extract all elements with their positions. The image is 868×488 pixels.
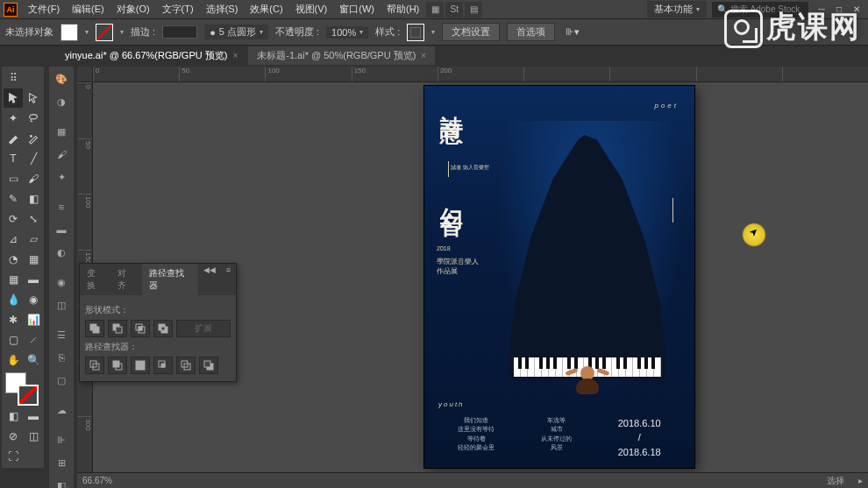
opacity-input[interactable]: 100% ▾: [326, 26, 368, 39]
arrange2-icon[interactable]: ▤: [465, 2, 482, 18]
line-tool[interactable]: ╱: [24, 149, 43, 168]
screen-mode[interactable]: ⛶: [4, 447, 23, 466]
appearance-panel-icon[interactable]: ◉: [51, 272, 72, 293]
stroke-panel-icon[interactable]: ≡: [51, 196, 72, 217]
tab-align[interactable]: 对齐: [110, 264, 141, 295]
rotate-tool[interactable]: ⟳: [4, 209, 23, 229]
stroke-profile-select[interactable]: ● 5 点圆形 ▾: [204, 25, 268, 39]
artboards-panel-icon[interactable]: ▢: [51, 370, 72, 391]
crop-button[interactable]: [153, 357, 173, 374]
intersect-button[interactable]: [131, 320, 150, 337]
mesh-tool[interactable]: ▦: [4, 270, 23, 289]
graph-tool[interactable]: 📊: [24, 310, 43, 329]
symbols-panel-icon[interactable]: ✦: [51, 166, 72, 187]
panel-collapse-icon[interactable]: ◀◀: [198, 264, 221, 295]
artboard[interactable]: 詩意 誠邀 聽入音樂世 幻音 poet 2018 學院派音樂人作品展 youth…: [424, 86, 694, 468]
search-input[interactable]: 🔍 搜索 Adobe Stock: [712, 2, 808, 18]
color-panel-icon[interactable]: 🎨: [51, 68, 72, 89]
exclude-button[interactable]: [153, 320, 173, 337]
selection-tool[interactable]: [4, 88, 23, 108]
stroke-width-input[interactable]: [162, 25, 197, 39]
swatches-panel-icon[interactable]: ▦: [51, 121, 72, 142]
hand-tool[interactable]: ✋: [4, 350, 23, 370]
fill-stroke-control[interactable]: [4, 371, 43, 406]
close-icon[interactable]: ×: [421, 51, 426, 60]
eraser-tool[interactable]: ◧: [24, 189, 43, 209]
symbol-sprayer-tool[interactable]: ✱: [4, 310, 23, 329]
maximize-button[interactable]: □: [831, 4, 847, 16]
slice-tool[interactable]: ⟋: [24, 330, 43, 350]
menu-file[interactable]: 文件(F): [23, 1, 65, 18]
gradient-tool[interactable]: ▬: [24, 270, 43, 289]
free-transform-tool[interactable]: ▱: [24, 230, 43, 249]
blend-tool[interactable]: ◉: [24, 290, 43, 309]
menu-object[interactable]: 对象(O): [111, 1, 155, 18]
artboard-tool[interactable]: ▢: [4, 330, 23, 350]
eyedropper-tool[interactable]: 💧: [4, 290, 23, 309]
layers-panel-icon[interactable]: ☰: [51, 324, 72, 345]
close-button[interactable]: ✕: [849, 4, 864, 16]
expand-button[interactable]: 扩展: [176, 320, 231, 337]
draw-mode[interactable]: ◫: [24, 427, 43, 446]
style-swatch[interactable]: [407, 24, 424, 41]
stroke-swatch[interactable]: [96, 24, 113, 41]
trim-button[interactable]: [108, 357, 127, 374]
perspective-tool[interactable]: ▦: [24, 250, 43, 269]
paintbrush-tool[interactable]: 🖌: [24, 169, 43, 188]
menu-effect[interactable]: 效果(C): [245, 1, 288, 18]
pathfinder-panel-icon[interactable]: ◧: [51, 475, 72, 488]
pen-tool[interactable]: [4, 129, 23, 148]
lasso-tool[interactable]: [24, 109, 43, 128]
brushes-panel-icon[interactable]: 🖌: [51, 144, 72, 165]
fill-swatch[interactable]: [60, 24, 78, 41]
close-icon[interactable]: ×: [232, 51, 238, 60]
divide-button[interactable]: [85, 357, 104, 374]
toolbox-handle[interactable]: ⠿: [4, 68, 23, 88]
menu-window[interactable]: 窗口(W): [334, 1, 380, 18]
graphic-styles-icon[interactable]: ◫: [51, 294, 72, 315]
doc-tab-2[interactable]: 未标题-1.ai* @ 50%(RGB/GPU 预览)×: [248, 46, 435, 65]
menu-select[interactable]: 选择(S): [201, 1, 244, 18]
pathfinder-panel[interactable]: 变换 对齐 路径查找器 ◀◀ ≡ 形状模式： 扩展 路径查找器：: [79, 263, 237, 382]
color-mode[interactable]: ◧: [4, 407, 23, 426]
transparency-panel-icon[interactable]: ◐: [51, 242, 72, 263]
menu-help[interactable]: 帮助(H): [381, 1, 424, 18]
menu-edit[interactable]: 编辑(E): [67, 1, 110, 18]
magic-wand-tool[interactable]: ✦: [4, 109, 23, 128]
prefs-button[interactable]: 首选项: [507, 23, 555, 41]
type-tool[interactable]: T: [4, 149, 23, 168]
gradient-mode[interactable]: ▬: [24, 407, 43, 426]
shape-builder-tool[interactable]: ◔: [4, 250, 23, 269]
color-guide-icon[interactable]: ◑: [51, 91, 72, 112]
arrange-icon[interactable]: St: [445, 2, 463, 18]
tab-transform[interactable]: 变换: [80, 264, 110, 295]
tab-pathfinder[interactable]: 路径查找器: [142, 264, 198, 295]
align-icon[interactable]: ⊪▾: [566, 26, 580, 38]
zoom-tool[interactable]: 🔍: [24, 350, 43, 370]
workspace-selector[interactable]: 基本功能▾: [647, 1, 707, 18]
width-tool[interactable]: ⊿: [4, 230, 23, 249]
minus-front-button[interactable]: [108, 320, 127, 337]
ruler-origin[interactable]: [77, 67, 93, 82]
outline-button[interactable]: [176, 357, 196, 374]
zoom-readout[interactable]: 66.67%: [82, 476, 112, 485]
merge-button[interactable]: [131, 357, 150, 374]
gradient-panel-icon[interactable]: ▬: [51, 219, 72, 240]
menu-view[interactable]: 视图(V): [290, 1, 333, 18]
doc-setup-button[interactable]: 文档设置: [442, 23, 500, 41]
rectangle-tool[interactable]: ▭: [4, 169, 23, 188]
transform-panel-icon[interactable]: ⊞: [51, 452, 72, 473]
bridge-icon[interactable]: ▦: [426, 2, 444, 18]
shaper-tool[interactable]: ✎: [4, 189, 23, 209]
menu-type[interactable]: 文字(T): [157, 1, 199, 18]
none-mode[interactable]: ⊘: [4, 427, 23, 446]
direct-selection-tool[interactable]: [24, 88, 43, 108]
minus-back-button[interactable]: [199, 357, 218, 374]
unite-button[interactable]: [85, 320, 104, 337]
libraries-panel-icon[interactable]: ☁: [51, 400, 72, 421]
minimize-button[interactable]: ─: [814, 4, 829, 16]
ruler-horizontal[interactable]: 050100150200: [93, 67, 868, 82]
asset-export-icon[interactable]: ⎘: [51, 347, 72, 368]
align-panel-icon[interactable]: ⊪: [51, 429, 72, 450]
curvature-tool[interactable]: [24, 129, 43, 148]
